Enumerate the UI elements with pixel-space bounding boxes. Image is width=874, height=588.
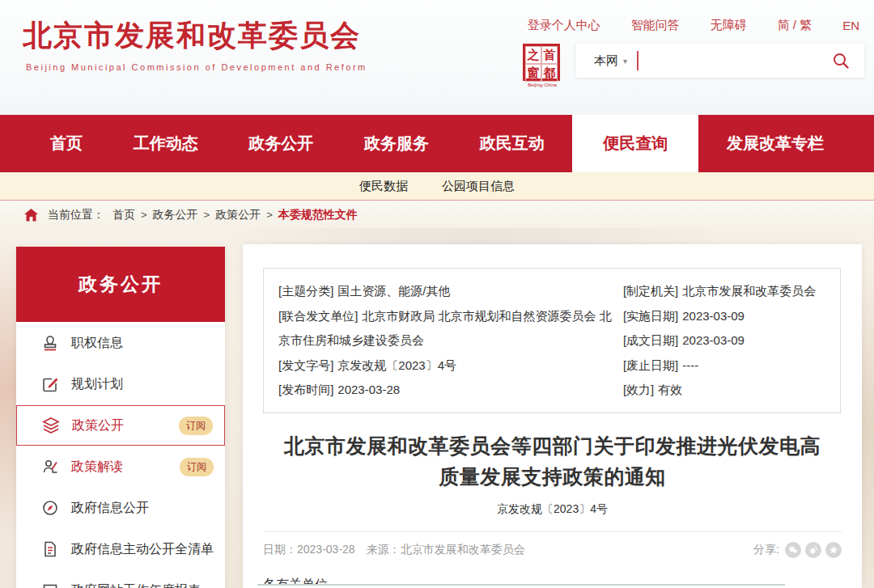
seal-char: 都: [541, 64, 558, 82]
breadcrumb-current: 本委规范性文件: [278, 208, 358, 222]
site-subtitle: Beijing Municipal Commission of Developm…: [26, 62, 367, 72]
date-value: 2023-03-28: [297, 543, 355, 556]
stamp-icon: [40, 333, 60, 353]
subnav-convenient-data[interactable]: 便民数据: [359, 179, 408, 194]
nav-convenient-query-active[interactable]: 便民查询: [572, 115, 698, 172]
sidebar-item-policy-disclosure[interactable]: 政策公开 订阅: [16, 405, 225, 446]
seal-char: 首: [541, 46, 558, 64]
share-label: 分享:: [753, 543, 779, 557]
chevron-down-icon[interactable]: ▾: [623, 57, 627, 66]
meta-label: [成文日期]: [623, 333, 678, 347]
capital-window-seal-logo[interactable]: 之 首 窗 都 Beijing-China: [523, 44, 562, 87]
meta-column-right: [制定机关]北京市发展和改革委员会 [实施日期]2023-03-09 [成文日期…: [623, 279, 825, 403]
breadcrumb-gov-affairs[interactable]: 政务公开: [153, 208, 198, 222]
nav-gov-services[interactable]: 政务服务: [342, 115, 452, 172]
search-scope-dropdown[interactable]: 本网: [594, 53, 618, 69]
meta-written-date: [成文日期]2023-03-09: [623, 328, 825, 353]
date-label: 日期：: [263, 543, 297, 556]
document-title: 北京市发展和改革委员会等四部门关于印发推进光伏发电高质量发展支持政策的通知: [275, 430, 829, 492]
meta-label: [实施日期]: [623, 309, 678, 323]
subnav-park-project-info[interactable]: 公园项目信息: [442, 179, 515, 194]
document-meta-box: [主题分类]国土资源、能源/其他 [联合发文单位]北京市财政局 北京市规划和自然…: [263, 268, 841, 413]
meta-value: 京发改规〔2023〕4号: [337, 358, 456, 372]
sidebar-title: 政务公开: [16, 247, 225, 322]
date-source-row: 日期：2023-03-28来源：北京市发展和改革委员会 分享:: [263, 542, 842, 558]
sidebar-item-label: 政府信息公开: [71, 500, 214, 516]
meta-label: [主题分类]: [278, 284, 333, 298]
sidebar-item-policy-interpretation[interactable]: 政策解读 订阅: [16, 446, 225, 487]
sidebar-item-planning[interactable]: 规划计划: [16, 364, 225, 404]
sidebar-item-label: 政策解读: [71, 459, 180, 475]
compass-icon: [40, 498, 60, 518]
meta-value: ----: [682, 358, 698, 372]
share-wechat-icon[interactable]: [785, 542, 801, 558]
sidebar-item-gov-info-disclosure[interactable]: 政府信息公开: [16, 488, 225, 528]
nav-gov-affairs[interactable]: 政务公开: [226, 115, 336, 172]
english-link[interactable]: EN: [842, 19, 859, 32]
meta-column-left: [主题分类]国土资源、能源/其他 [联合发文单位]北京市财政局 北京市规划和自然…: [278, 279, 623, 403]
meta-effective-date: [实施日期]2023-03-09: [623, 304, 825, 329]
breadcrumb: 当前位置： 首页 > 政务公开 > 政策公开 > 本委规范性文件: [0, 201, 874, 228]
seal-caption: Beijing-China: [523, 82, 562, 87]
meta-value: 国土资源、能源/其他: [337, 284, 450, 298]
breadcrumb-policy[interactable]: 政策公开: [215, 208, 261, 222]
meta-joint-issuers: [联合发文单位]北京市财政局 北京市规划和自然资源委员会 北京市住房和城乡建设委…: [278, 304, 615, 353]
clipped-content-rule: [257, 584, 785, 586]
person-note-icon: [40, 457, 60, 476]
sidebar-item-annual-website-report[interactable]: 政府网站工作年度报表: [16, 570, 225, 588]
document-number: 京发改规〔2023〕4号: [243, 502, 862, 517]
breadcrumb-separator: >: [266, 209, 273, 221]
sidebar-item-label: 政策公开: [72, 417, 179, 434]
meta-issuing-agency: [制定机关]北京市发展和改革委员会: [623, 279, 825, 304]
seal-grid-icon: 之 首 窗 都: [523, 44, 560, 81]
site-logo[interactable]: 北京市发展和改革委员会 Beijing Municipal Commission…: [23, 16, 367, 72]
meta-value: 北京市发展和改革委员会: [682, 284, 816, 298]
meta-label: [发布时间]: [278, 383, 333, 396]
main-nav: 首页 工作动态 政务公开 政务服务 政民互动 便民查询 发展改革专栏: [0, 115, 874, 172]
meta-label: [废止日期]: [623, 358, 678, 372]
sidebar-item-proactive-disclosure-list[interactable]: 政府信息主动公开全清单: [16, 529, 225, 569]
breadcrumb-separator: >: [204, 209, 210, 221]
sidebar-item-label: 政府信息主动公开全清单: [71, 541, 214, 557]
meta-value: 2023-03-09: [682, 309, 745, 323]
site-title: 北京市发展和改革委员会: [23, 16, 367, 56]
nav-interaction[interactable]: 政民互动: [457, 115, 567, 172]
sidebar-item-label: 规划计划: [71, 376, 214, 392]
sub-nav: 便民数据 公园项目信息: [0, 172, 874, 201]
nav-work-news[interactable]: 工作动态: [111, 115, 221, 172]
search-bar: 本网 ▾: [576, 44, 864, 78]
simplified-traditional-link[interactable]: 简 / 繁: [778, 18, 812, 33]
breadcrumb-separator: >: [141, 209, 147, 221]
meta-label: [联合发文单位]: [278, 309, 358, 323]
smart-qa-link[interactable]: 智能问答: [631, 18, 680, 33]
share-weibo-icon[interactable]: [805, 542, 821, 558]
meta-label: [制定机关]: [623, 284, 678, 298]
calendar-report-icon: [40, 581, 60, 588]
meta-value: 有效: [658, 383, 682, 396]
breadcrumb-home[interactable]: 首页: [112, 208, 135, 222]
accessibility-link[interactable]: 无障碍: [711, 18, 747, 33]
layers-icon: [41, 416, 61, 435]
sidebar-item-label: 政府网站工作年度报表: [71, 582, 214, 588]
meta-publish-time: [发布时间]2023-03-28: [278, 378, 615, 403]
subscribe-badge[interactable]: 订阅: [180, 458, 214, 476]
nav-home[interactable]: 首页: [28, 115, 105, 172]
page: 北京市发展和改革委员会 Beijing Municipal Commission…: [0, 0, 874, 588]
sidebar: 政务公开 职权信息 规划计划: [16, 247, 225, 588]
share-qzone-icon[interactable]: [825, 542, 842, 558]
login-link[interactable]: 登录个人中心: [528, 18, 600, 33]
home-icon[interactable]: [24, 209, 38, 222]
meta-value: 2023-03-09: [682, 333, 745, 347]
sidebar-item-authority-info[interactable]: 职权信息: [16, 323, 225, 363]
search-icon[interactable]: [832, 52, 850, 70]
subscribe-badge[interactable]: 订阅: [179, 417, 213, 435]
nav-reform-column[interactable]: 发展改革专栏: [704, 115, 846, 172]
meta-value: 2023-03-28: [337, 383, 400, 396]
meta-label: [发文字号]: [278, 358, 333, 372]
meta-repeal-date: [废止日期]----: [623, 353, 825, 379]
top-header: 北京市发展和改革委员会 Beijing Municipal Commission…: [0, 0, 874, 115]
sidebar-item-label: 职权信息: [71, 335, 214, 351]
meta-theme-category: [主题分类]国土资源、能源/其他: [278, 279, 615, 304]
search-input[interactable]: [639, 44, 832, 78]
seal-char: 之: [525, 46, 541, 64]
